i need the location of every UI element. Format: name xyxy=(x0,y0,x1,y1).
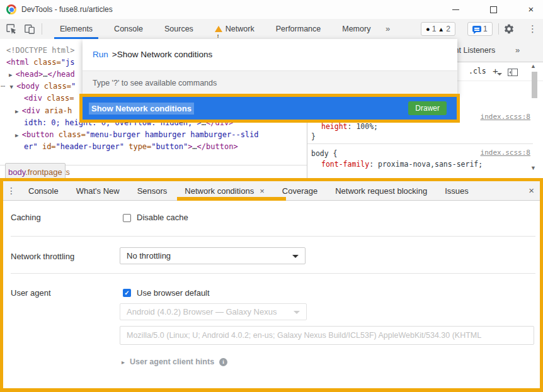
info-icon: i xyxy=(219,358,227,366)
network-throttling-label: Network throttling xyxy=(11,252,74,261)
issues-chat-icon xyxy=(472,26,481,32)
tab-memory[interactable]: Memory xyxy=(331,19,381,39)
code-line[interactable]: er" id="header-burger" type="button">…</… xyxy=(24,141,238,153)
toggle-device-toolbar-icon[interactable] xyxy=(23,23,37,35)
warning-triangle-icon: ▲ xyxy=(438,26,444,33)
more-panels-icon[interactable]: » xyxy=(386,19,390,39)
run-label: Run xyxy=(93,50,108,59)
drawer-tab-network-conditions[interactable]: Network conditions× xyxy=(176,181,273,200)
code-line[interactable]: <!DOCTYPE html> xyxy=(6,45,74,57)
code-line[interactable]: <div class= xyxy=(24,92,74,104)
drawer-tab-coverage[interactable]: Coverage xyxy=(273,181,326,200)
maximize-button[interactable] xyxy=(484,0,502,19)
drawer-tab-issues[interactable]: Issues xyxy=(436,181,477,200)
code-line[interactable]: ▶ <div aria-h xyxy=(15,105,72,117)
tab-console[interactable]: Console xyxy=(103,19,154,39)
styles-scroll-down-icon[interactable]: ▼ xyxy=(530,165,536,171)
user-agent-string-input: Mozilla/5.0 (Linux; U; Android 4.0.2; en… xyxy=(120,326,534,345)
network-conditions-pane: Caching Disable cache Network throttling… xyxy=(3,201,540,388)
drawer-badge: Drawer xyxy=(408,101,447,115)
new-style-rule-button[interactable]: + xyxy=(493,62,498,81)
stylesheet-link[interactable]: index.scss:8 xyxy=(481,148,530,157)
css-line[interactable]: height: 100%; xyxy=(321,121,378,132)
drawer-tab-sensors[interactable]: Sensors xyxy=(129,181,176,200)
settings-gear-icon[interactable] xyxy=(503,23,515,37)
command-input[interactable]: Run>Show Network conditions xyxy=(83,39,457,70)
disclosure-triangle-icon: ▸ xyxy=(122,359,125,366)
tab-elements[interactable]: Elements xyxy=(49,19,103,39)
drawer-tab-console[interactable]: Console xyxy=(20,181,67,200)
result-label: Show Network conditions xyxy=(89,103,194,115)
tab-sources[interactable]: Sources xyxy=(154,19,204,39)
code-line[interactable]: ▶ <button class="menu-burger hamburger h… xyxy=(15,129,259,141)
close-drawer-icon[interactable]: × xyxy=(529,181,534,200)
toolbar-separator xyxy=(498,23,499,35)
toolbar-separator xyxy=(42,23,42,35)
titlebar: DevTools - fuse8.ru/articles × xyxy=(0,0,543,20)
css-line[interactable]: font-family: proxima-nova,sans-serif; xyxy=(321,159,483,169)
more-options-icon[interactable]: ⋮ xyxy=(528,19,537,39)
drawer-tab-network-request-blocking[interactable]: Network request blocking xyxy=(326,181,436,200)
use-browser-default-label[interactable]: Use browser default xyxy=(137,288,210,298)
css-line[interactable]: } xyxy=(311,132,316,142)
devtools-window: DevTools - fuse8.ru/articles × ElementsC… xyxy=(0,0,543,392)
section-divider xyxy=(11,273,535,274)
styles-scroll-up-icon[interactable]: ▲ xyxy=(530,63,536,69)
user-agent-select: Android (4.0.2) Browser — Galaxy Nexus xyxy=(120,303,307,320)
close-window-button[interactable]: × xyxy=(522,0,540,19)
command-palette: Run>Show Network conditions Type '?' to … xyxy=(83,39,457,95)
tab-network[interactable]: Network xyxy=(204,19,265,39)
error-dot-icon: ● xyxy=(426,25,430,33)
disable-cache-label[interactable]: Disable cache xyxy=(137,213,188,222)
drawer-menu-icon[interactable]: ⋮ xyxy=(3,181,20,200)
command-query-text: >Show Network conditions xyxy=(112,50,212,59)
section-divider xyxy=(11,236,535,237)
panel-tabs: ElementsConsoleSourcesNetworkPerformance… xyxy=(49,19,381,39)
drawer-tab-what-s-new[interactable]: What's New xyxy=(67,181,129,200)
stylesheet-link[interactable]: index.scss:8 xyxy=(481,113,530,121)
styles-scrollbar-thumb[interactable] xyxy=(532,72,537,98)
minimize-button[interactable] xyxy=(447,0,464,19)
devtools-toolbar: ElementsConsoleSourcesNetworkPerformance… xyxy=(0,19,543,40)
dropdown-caret-icon xyxy=(292,255,299,258)
warning-icon xyxy=(215,26,222,32)
user-agent-label: User agent xyxy=(11,288,51,298)
drawer-tab-strip: ⋮ConsoleWhat's NewSensorsNetwork conditi… xyxy=(3,181,540,201)
drawer: ⋮ConsoleWhat's NewSensorsNetwork conditi… xyxy=(0,178,543,392)
tab-performance[interactable]: Performance xyxy=(265,19,332,39)
sidebar-more-tabs-icon[interactable]: » xyxy=(515,39,520,62)
code-line[interactable]: <html class="js xyxy=(6,57,74,69)
toggle-element-class-button[interactable]: .cls xyxy=(469,62,486,81)
inspect-element-icon[interactable] xyxy=(4,23,18,35)
rule-divider xyxy=(307,143,533,144)
use-browser-default-checkbox[interactable]: ✓ xyxy=(123,289,131,297)
css-line[interactable]: body { xyxy=(311,148,338,159)
issues-badge[interactable]: 1 xyxy=(467,22,493,36)
close-tab-icon[interactable]: × xyxy=(260,186,265,196)
errors-warnings-badge[interactable]: ●1 ▲2 xyxy=(421,22,455,36)
sidebar-pane-icon[interactable] xyxy=(508,67,518,79)
breadcrumb: html.js.toucheventsbody.frontpage xyxy=(0,165,311,179)
highlight-frame: Show Network conditions Drawer xyxy=(79,94,460,123)
disable-cache-checkbox[interactable] xyxy=(123,214,131,222)
command-result-show-network-conditions[interactable]: Show Network conditions Drawer xyxy=(83,97,457,120)
command-hint: Type '?' to see available commands xyxy=(83,70,457,95)
user-agent-client-hints-toggle[interactable]: ▸ User agent client hints i xyxy=(122,357,227,366)
code-line[interactable]: ▶ <head>…</head xyxy=(9,69,75,81)
window-title: DevTools - fuse8.ru/articles xyxy=(21,0,113,19)
chrome-logo-icon xyxy=(6,4,16,14)
throttling-select[interactable]: No throttling xyxy=(120,247,306,264)
caching-label: Caching xyxy=(11,213,41,222)
code-line[interactable]: ⋯ ▼ <body class=" xyxy=(1,81,76,92)
dropdown-caret-icon xyxy=(294,311,300,314)
